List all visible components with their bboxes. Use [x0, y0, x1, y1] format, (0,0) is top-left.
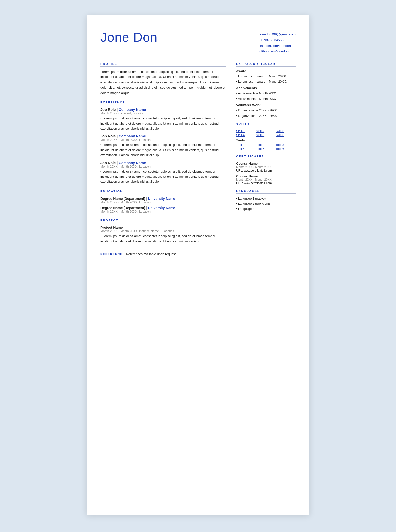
exp-role-2: Job Role | Company Name: [100, 134, 226, 138]
skill-6: Skill-6: [276, 133, 296, 137]
cert-url-2: URL: www.certificate1.com: [236, 181, 296, 185]
lang-item-2: • Language 2 (proficient): [236, 201, 296, 206]
lang-item-3: • Language 3: [236, 206, 296, 212]
languages-section-title: LANGUAGES: [236, 189, 296, 194]
tools-label: Tools: [236, 138, 296, 142]
edu-degree-1: Degree Name (Department) | University Na…: [100, 197, 226, 201]
cert-date-2: Month 20XX - Month 20XX: [236, 178, 296, 181]
skill-1: Skill-1: [236, 129, 256, 133]
exp-role-3: Job Role | Company Name: [100, 161, 226, 165]
tool-6: Tool-6: [276, 147, 296, 151]
edu-degree-2: Degree Name (Department) | University Na…: [100, 206, 226, 210]
resume-name: Jone Don: [100, 30, 158, 45]
award-label: Award: [236, 69, 296, 73]
skill-4: Skill-4: [236, 133, 256, 137]
profile-text: Lorem ipsum dolor sit amet, consectetur …: [100, 69, 226, 96]
tool-1: Tool-1: [236, 143, 256, 147]
volunteer-label: Volunteer Work: [236, 103, 296, 107]
profile-section-title: PROFILE: [100, 62, 226, 67]
skills-section-title: SKILLS: [236, 123, 296, 127]
tool-2: Tool-2: [256, 143, 276, 147]
achievement-item-1: • Achivements – Month 20XX: [236, 91, 296, 96]
skill-2: Skill-2: [256, 129, 276, 133]
education-item-1: Degree Name (Department) | University Na…: [100, 197, 226, 204]
exp-desc-1: • Lorem ipsum dolor sit amet, consectetu…: [100, 116, 226, 131]
reference-label: REFERENCE: [100, 253, 123, 256]
cert-item-2: Course Name Month 20XX - Month 20XX URL:…: [236, 174, 296, 185]
achievement-item-2: • Achivements – Month 20XX: [236, 96, 296, 101]
cert-item-1: Course Name Month 20XX - Month 20XX URL:…: [236, 162, 296, 172]
award-item-1: • Lorem Ipsum award – Month 20XX.: [236, 74, 296, 79]
project-section-title: PROJECT: [100, 219, 226, 223]
exp-date-3: Month 20XX - Month 20XX, Location: [100, 165, 226, 168]
contact-info: jonedon999@gmail.com 66 98766 34563 link…: [259, 30, 296, 54]
cert-course-2: Course Name: [236, 174, 296, 178]
resume-body: PROFILE Lorem ipsum dolor sit amet, cons…: [100, 62, 296, 256]
experience-item-1: Job Role | Company Name Month 20XX - Pre…: [100, 108, 226, 131]
edu-date-2: Month 20XX - Month 20XX, Location: [100, 210, 226, 213]
tool-5: Tool-5: [256, 147, 276, 151]
tools-grid: Tool-1 Tool-2 Tool-3 Tool-4 Tool-5 Tool-…: [236, 143, 296, 151]
project-date: Month 20XX - Month 20XX, Institute Name …: [100, 229, 226, 233]
achievements-label: Achivements: [236, 86, 296, 90]
edu-date-1: Month 20XX - Month 20XX, Location: [100, 201, 226, 204]
award-item-2: • Lorem Ipsum award – Month 20XX.: [236, 79, 296, 84]
right-column: EXTRA-CURRICULAR Award • Lorem Ipsum awa…: [236, 62, 296, 256]
contact-linkedin: linkedin.com/jonedon: [259, 43, 296, 49]
tool-4: Tool-4: [236, 147, 256, 151]
lang-item-1: • Language 1 (native): [236, 196, 296, 201]
cert-date-1: Month 20XX - Month 20XX: [236, 165, 296, 169]
contact-phone: 66 98766 34563: [259, 37, 296, 43]
reference-line: REFERENCE – References available upon re…: [100, 250, 226, 256]
extra-curricular-section-title: EXTRA-CURRICULAR: [236, 62, 296, 67]
contact-github: github.com/jonedon: [259, 49, 296, 54]
skills-grid: Skill-1 Skill-2 Skill-3 Skill-4 Skill-5 …: [236, 129, 296, 137]
project-name: Project Name: [100, 226, 226, 229]
cert-url-1: URL: www.certificate1.com: [236, 169, 296, 172]
certificates-section-title: CERTIFICATES: [236, 155, 296, 159]
volunteer-item-1: • Organization – 20XX - 20XX: [236, 108, 296, 113]
education-item-2: Degree Name (Department) | University Na…: [100, 206, 226, 213]
education-section-title: EDUCATION: [100, 190, 226, 194]
experience-item-2: Job Role | Company Name Month 20XX - Mon…: [100, 134, 226, 158]
exp-role-1: Job Role | Company Name: [100, 108, 226, 112]
exp-desc-2: • Lorem ipsum dolor sit amet, consectetu…: [100, 142, 226, 158]
skill-5: Skill-5: [256, 133, 276, 137]
tool-3: Tool-3: [276, 143, 296, 147]
contact-email: jonedon999@gmail.com: [259, 32, 296, 37]
resume-header: Jone Don jonedon999@gmail.com 66 98766 3…: [100, 30, 296, 54]
exp-date-1: Month 20XX - Present, Location: [100, 112, 226, 115]
skill-3: Skill-3: [276, 129, 296, 133]
resume-paper: Jone Don jonedon999@gmail.com 66 98766 3…: [87, 15, 309, 515]
experience-item-3: Job Role | Company Name Month 20XX - Mon…: [100, 161, 226, 184]
exp-desc-3: • Lorem ipsum dolor sit amet, consectetu…: [100, 169, 226, 184]
reference-text: – References available upon request.: [124, 252, 177, 256]
exp-date-2: Month 20XX - Month 20XX, Location: [100, 138, 226, 142]
experience-section-title: EXPERIENCE: [100, 101, 226, 105]
volunteer-item-2: • Organization – 20XX - 20XX: [236, 113, 296, 118]
left-column: PROFILE Lorem ipsum dolor sit amet, cons…: [100, 62, 226, 256]
cert-course-1: Course Name: [236, 162, 296, 165]
project-desc: • Lorem ipsum dolor sit amet, consectetu…: [100, 234, 226, 244]
